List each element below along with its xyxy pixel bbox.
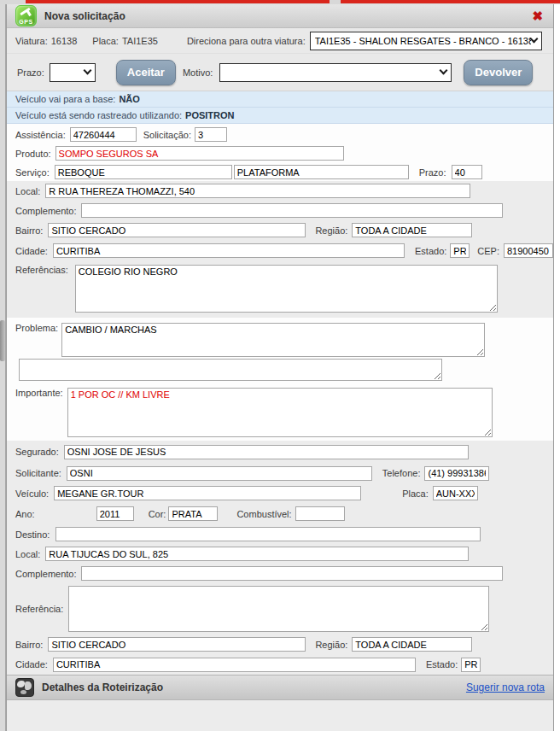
veiculo-field[interactable] [54,486,361,500]
cidade-origem-field[interactable] [53,243,405,258]
estado-destino-label: Estado: [426,659,458,670]
row-segurado: Segurado: [7,441,553,463]
local-origem-field[interactable] [45,184,470,198]
prazo-select[interactable] [50,63,96,82]
routing-title: Detalhes da Roteirização [42,681,163,693]
motivo-select[interactable] [219,63,452,82]
regiao-origem-label: Região: [315,225,347,236]
complemento-origem-label: Complemento: [15,206,77,216]
bairro-destino-label: Bairro: [15,640,43,650]
row-importante: Importante: 1 POR OC // KM LIVRE [7,383,553,441]
produto-label: Produto: [15,149,51,159]
bairro-destino-field[interactable] [48,637,306,652]
estado-origem-field[interactable] [450,243,470,258]
local-destino-label: Local: [15,549,40,559]
placa-label: Placa: [92,36,119,46]
row-destino: Destino: [7,524,553,544]
cidade-destino-field[interactable] [53,658,416,672]
assistencia-label: Assistência: [15,130,66,140]
referencias-field[interactable]: COLEGIO RIO NEGRO [75,265,498,313]
telefone-field[interactable] [424,466,489,481]
cidade-destino-label: Cidade: [15,659,48,670]
gps-icon: GPS [15,5,37,26]
left-gutter [0,4,6,731]
assistencia-field[interactable] [70,127,137,142]
row-complemento-origem: Complemento: [7,201,553,220]
referencia-destino-label: Referência: [15,604,63,614]
cor-label: Cor: [149,509,166,519]
local-destino-field[interactable] [45,547,469,561]
row-local-destino: Local: [7,544,553,564]
servico-field[interactable] [55,165,232,179]
servico-tipo-field[interactable] [234,165,409,179]
estado-origem-label: Estado: [415,246,446,256]
row-ano-cor: Ano: Cor: Combustível: [7,503,553,524]
segurado-field[interactable] [64,445,469,459]
section-problema: Problema: CAMBIO / MARCHAS Importante: 1… [7,318,553,441]
telefone-label: Telefone: [382,468,421,478]
combustivel-label: Combustível: [236,509,291,519]
estado-destino-field[interactable] [461,658,481,672]
direciona-select[interactable]: TAI1E35 - SHALON RESGATES - BRANCO - 161… [310,32,542,50]
complemento-destino-field[interactable] [81,566,503,581]
regiao-destino-label: Região: [315,640,347,650]
placa-veiculo-label: Placa: [402,488,429,499]
info-tracking-bar: Veículo está sendo rastreado utilizando:… [7,108,553,124]
destino-label: Destino: [15,529,50,540]
scrollbar-thumb[interactable] [0,320,5,361]
row-solicitante: Solicitante: Telefone: [7,463,553,483]
cor-field[interactable] [168,506,218,521]
ano-field[interactable] [96,506,134,521]
row-referencias: Referências: COLEGIO RIO NEGRO [7,261,553,318]
row-bairro-destino: Bairro: Região: [7,635,553,654]
chevron-down-icon [440,67,448,75]
regiao-destino-field[interactable] [352,637,472,652]
top-red-bar [341,0,560,3]
row-problema: Problema: CAMBIO / MARCHAS [7,318,553,359]
combustivel-field[interactable] [295,506,345,521]
top-red-bar [26,0,330,3]
devolver-button[interactable]: Devolver [464,60,533,85]
viatura-row: Viatura: 16138 Placa: TAI1E35 Direciona … [7,28,553,54]
info-base-bar: Veículo vai para a base: NÃO [7,91,553,108]
row-produto: Produto: [7,143,553,163]
row-complemento-destino: Complemento: [7,564,553,583]
problema-field[interactable]: CAMBIO / MARCHAS [61,323,485,357]
prazo-servico-field[interactable] [452,165,482,179]
solicitante-field[interactable] [67,466,372,481]
aceitar-button[interactable]: Aceitar [116,60,176,85]
action-row: Prazo: Aceitar Motivo: Devolver [7,54,553,91]
modal-titlebar: GPS Nova solicitação ✖ [7,4,553,28]
close-icon[interactable]: ✖ [532,9,545,22]
bairro-origem-field[interactable] [48,223,306,237]
row-servico: Serviço: Prazo: [7,163,553,181]
cidade-origem-label: Cidade: [15,246,48,256]
produto-field[interactable] [55,146,344,161]
importante-field[interactable]: 1 POR OC // KM LIVRE [67,388,493,437]
referencias-label: Referências: [15,265,68,275]
importante-label: Importante: [15,388,63,398]
solicitante-label: Solicitante: [15,468,61,478]
problema-extra-field[interactable] [19,359,442,381]
destino-field[interactable] [55,527,481,541]
cep-label: CEP: [477,246,499,256]
cep-field[interactable] [504,243,553,258]
sugerir-nova-rota-link[interactable]: Sugerir nova rota [466,681,545,693]
direciona-label: Direciona para outra viatura: [187,36,306,46]
placa-veiculo-field[interactable] [433,486,478,500]
referencia-destino-field[interactable] [68,586,489,632]
bairro-origem-label: Bairro: [15,225,43,236]
row-referencia-destino: Referência: [7,583,553,635]
base-value: NÃO [119,94,139,104]
servico-label: Serviço: [15,167,50,178]
solicitacao-field[interactable] [195,127,227,142]
nova-solicitacao-modal: GPS Nova solicitação ✖ Viatura: 16138 Pl… [6,4,554,731]
chevron-down-icon [83,67,91,75]
tracking-value: POSITRON [185,110,234,120]
complemento-origem-field[interactable] [81,203,503,218]
section-segurado-destino: Segurado: Solicitante: Telefone: Veículo… [7,441,553,675]
row-veiculo: Veículo: Placa: [7,483,553,503]
section-origem: Local: Complemento: Bairro: Região: Cida… [7,181,553,318]
local-origem-label: Local: [15,186,40,196]
regiao-origem-field[interactable] [352,223,472,237]
